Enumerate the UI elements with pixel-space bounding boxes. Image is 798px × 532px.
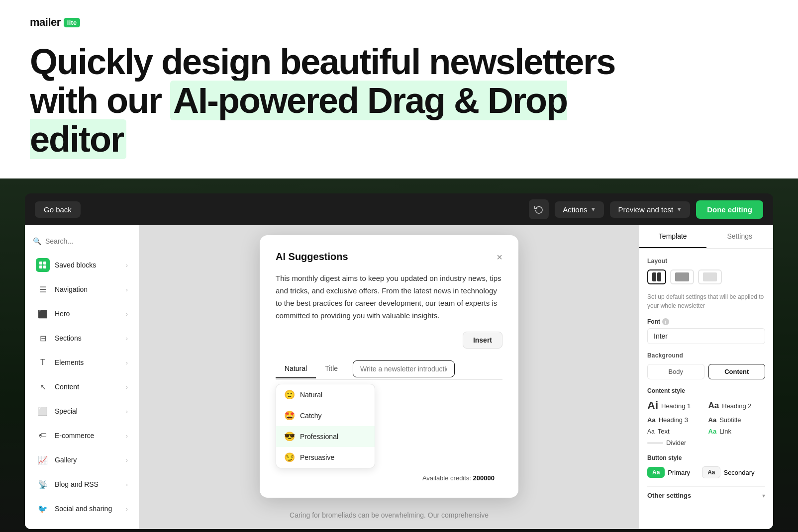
bg-content-option[interactable]: Content bbox=[708, 364, 766, 379]
content-style-label: Content style bbox=[647, 387, 765, 394]
sidebar-item-label-saved-blocks: Saved blocks bbox=[55, 261, 121, 269]
saved-blocks-icon bbox=[36, 258, 50, 272]
special-arrow-icon: › bbox=[126, 408, 128, 415]
credits-label: Available credits: bbox=[422, 474, 471, 482]
modal-tabs-row: Natural Title bbox=[276, 358, 502, 380]
ecommerce-arrow-icon: › bbox=[126, 432, 128, 440]
heading2-aa: Aa bbox=[708, 401, 719, 411]
cs-text: Aa Text bbox=[647, 428, 704, 435]
sidebar-item-elements[interactable]: T Elements › bbox=[28, 351, 136, 374]
logo-area: mailer lite bbox=[30, 16, 768, 29]
actions-chevron-icon: ▼ bbox=[591, 206, 597, 213]
sidebar-item-navigation[interactable]: ☰ Navigation › bbox=[28, 277, 136, 301]
credits-row: Available credits: 200000 bbox=[276, 468, 502, 482]
logo-text: mailer bbox=[30, 16, 61, 29]
bg-body-option[interactable]: Body bbox=[647, 364, 704, 379]
sidebar-item-ecommerce[interactable]: 🏷 E-commerce › bbox=[28, 424, 136, 447]
other-settings-label: Other settings bbox=[647, 492, 691, 499]
tab-title[interactable]: Title bbox=[316, 359, 347, 378]
logo-badge: lite bbox=[64, 18, 81, 27]
cs-heading2: Aa Heading 2 bbox=[708, 399, 766, 412]
insert-button[interactable]: Insert bbox=[463, 332, 502, 349]
tab-settings[interactable]: Settings bbox=[706, 225, 774, 248]
actions-button[interactable]: Actions ▼ bbox=[555, 201, 604, 218]
text-label: Text bbox=[658, 428, 670, 435]
content-arrow-icon: › bbox=[126, 383, 128, 391]
button-style-label: Button style bbox=[647, 454, 765, 461]
sidebar-item-label-blog: Blog and RSS bbox=[55, 480, 121, 488]
sidebar-item-label-elements: Elements bbox=[55, 358, 121, 366]
credits-value: 200000 bbox=[473, 474, 495, 482]
sidebar-item-label-content: Content bbox=[55, 383, 121, 391]
modal-insert-row: Insert bbox=[276, 332, 502, 349]
sidebar-item-special[interactable]: ⬜ Special › bbox=[28, 399, 136, 423]
layout-option-1[interactable] bbox=[647, 269, 666, 284]
background-label: Background bbox=[647, 352, 765, 359]
tab-natural[interactable]: Natural bbox=[276, 359, 316, 378]
tone-professional[interactable]: 😎 Professional bbox=[276, 426, 375, 447]
editor-area: Go back Actions ▼ Preview and test ▼ Don… bbox=[0, 178, 798, 532]
left-sidebar: 🔍 Saved blocks › ☰ Navigation › ⬛ Hero bbox=[25, 225, 139, 529]
other-settings-row[interactable]: Other settings ▾ bbox=[647, 486, 765, 504]
link-label: Link bbox=[719, 428, 731, 435]
sidebar-item-saved-blocks[interactable]: Saved blocks › bbox=[28, 253, 136, 277]
heading2-label: Heading 2 bbox=[722, 402, 751, 410]
go-back-button[interactable]: Go back bbox=[35, 201, 81, 218]
tab-template[interactable]: Template bbox=[639, 225, 706, 248]
sidebar-item-hero[interactable]: ⬛ Hero › bbox=[28, 302, 136, 326]
sidebar-item-sections[interactable]: ⊟ Sections › bbox=[28, 326, 136, 350]
tone-catchy[interactable]: 🤩 Catchy bbox=[276, 405, 375, 426]
ai-prompt-input[interactable] bbox=[353, 360, 455, 377]
layout-empty-bar bbox=[703, 272, 717, 281]
cs-divider: Divider bbox=[647, 439, 765, 446]
hero-icon: ⬛ bbox=[36, 307, 50, 321]
sidebar-item-blog[interactable]: 📡 Blog and RSS › bbox=[28, 472, 136, 496]
social-arrow-icon: › bbox=[126, 505, 128, 513]
tone-persuasive[interactable]: 😏 Persuasive bbox=[276, 447, 375, 468]
subtitle-aa: Aa bbox=[708, 416, 717, 424]
content-icon: ↖ bbox=[36, 380, 50, 394]
svg-rect-0 bbox=[39, 262, 42, 265]
main-layout: 🔍 Saved blocks › ☰ Navigation › ⬛ Hero bbox=[25, 225, 773, 529]
modal-title: AI Suggestions bbox=[276, 251, 348, 263]
layout-option-2[interactable] bbox=[670, 269, 694, 284]
layout-bar-1 bbox=[652, 272, 656, 281]
tone-natural[interactable]: 🙂 Natural bbox=[276, 384, 375, 405]
blog-arrow-icon: › bbox=[126, 481, 128, 488]
preview-button[interactable]: Preview and test ▼ bbox=[610, 201, 690, 218]
done-editing-button[interactable]: Done editing bbox=[696, 200, 763, 219]
tone-dropdown: 🙂 Natural 🤩 Catchy 😎 Professional 😏 Pers… bbox=[276, 384, 375, 468]
background-options: Body Content bbox=[647, 364, 765, 379]
hero-line2-prefix: with our bbox=[30, 81, 170, 120]
font-select[interactable]: Inter bbox=[647, 328, 765, 344]
content-style-grid: Ai Heading 1 Aa Heading 2 Aa Heading 3 A… bbox=[647, 399, 765, 446]
modal-close-button[interactable]: × bbox=[497, 252, 502, 262]
professional-emoji: 😎 bbox=[284, 431, 295, 442]
right-panel-tabs: Template Settings bbox=[639, 225, 773, 249]
search-input[interactable] bbox=[45, 237, 131, 245]
search-bar: 🔍 bbox=[25, 233, 139, 249]
tone-persuasive-label: Persuasive bbox=[300, 453, 334, 461]
sidebar-item-social[interactable]: 🐦 Social and sharing › bbox=[28, 497, 136, 521]
sidebar-item-gallery[interactable]: 📈 Gallery › bbox=[28, 448, 136, 472]
other-settings-chevron-icon: ▾ bbox=[762, 492, 765, 499]
preview-chevron-icon: ▼ bbox=[676, 206, 682, 213]
canvas-preview-text: Caring for bromeliads can be overwhelmin… bbox=[290, 511, 489, 519]
svg-rect-2 bbox=[39, 266, 42, 268]
social-icon: 🐦 bbox=[36, 502, 50, 516]
button-style-row: Aa Primary Aa Secondary bbox=[647, 466, 765, 478]
cs-heading3: Aa Heading 3 bbox=[647, 416, 704, 424]
layout-options bbox=[647, 269, 765, 284]
sidebar-item-content[interactable]: ↖ Content › bbox=[28, 375, 136, 399]
heading1-label: Heading 1 bbox=[661, 402, 691, 410]
center-canvas: Caring for bromeliads can be overwhelmin… bbox=[139, 225, 639, 529]
top-bar: Go back Actions ▼ Preview and test ▼ Don… bbox=[25, 193, 773, 225]
natural-emoji: 🙂 bbox=[284, 389, 295, 400]
layout-option-3[interactable] bbox=[698, 269, 722, 284]
cs-heading1: Ai Heading 1 bbox=[647, 399, 704, 412]
history-button[interactable] bbox=[529, 199, 549, 219]
hero-title: Quickly design beautiful newsletters wit… bbox=[30, 43, 627, 159]
btn-secondary-label: Secondary bbox=[723, 469, 754, 476]
cs-subtitle: Aa Subtitle bbox=[708, 416, 766, 424]
special-icon: ⬜ bbox=[36, 404, 50, 418]
